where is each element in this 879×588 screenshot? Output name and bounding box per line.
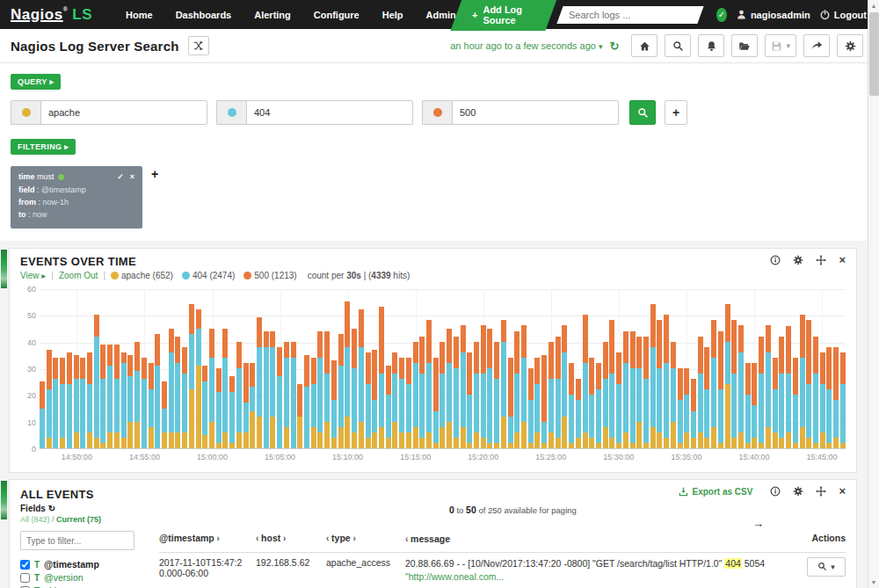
toolbar-settings-button[interactable] xyxy=(837,34,863,57)
chart-bar[interactable] xyxy=(196,309,201,448)
chart-bar[interactable] xyxy=(149,363,154,448)
chart-bar[interactable] xyxy=(127,355,133,448)
chart-bar[interactable] xyxy=(833,347,839,448)
page-scrollbar[interactable]: ▲ ▼ xyxy=(868,0,879,588)
chart-bar[interactable] xyxy=(236,342,242,448)
chart-bar[interactable] xyxy=(352,329,357,448)
field-name[interactable]: @version xyxy=(44,572,84,583)
chart-bar[interactable] xyxy=(650,304,656,448)
filter-apply-icon[interactable]: ✓ xyxy=(117,172,124,181)
chart-bar[interactable] xyxy=(521,325,527,448)
chart-bar[interactable] xyxy=(813,337,818,448)
chart-bar[interactable] xyxy=(379,307,384,448)
chart-bar[interactable] xyxy=(609,320,614,448)
chart-bar[interactable] xyxy=(169,329,174,448)
paging-next-button[interactable]: → xyxy=(752,517,764,530)
toolbar-load-button[interactable] xyxy=(731,34,758,57)
chart-bar[interactable] xyxy=(514,331,519,448)
chart-bar[interactable] xyxy=(419,337,425,448)
search-logs-input[interactable] xyxy=(569,10,692,20)
chart-bar[interactable] xyxy=(474,342,479,448)
panel-drag-strip[interactable] xyxy=(1,481,7,519)
chart-bar[interactable] xyxy=(684,368,689,448)
filter-remove-icon[interactable]: × xyxy=(130,172,134,181)
chart-bar[interactable] xyxy=(243,363,249,448)
chart-bar[interactable] xyxy=(121,352,127,448)
chart-bar[interactable] xyxy=(202,366,207,448)
query-color-swatch[interactable] xyxy=(422,100,452,125)
chart-bar[interactable] xyxy=(250,363,255,448)
chart-bar[interactable] xyxy=(257,317,262,448)
chart-bar[interactable] xyxy=(528,368,534,448)
panel-close-button[interactable]: × xyxy=(839,487,846,496)
panel-drag-strip[interactable] xyxy=(1,250,7,288)
query-input-2[interactable] xyxy=(246,100,413,125)
nav-item-configure[interactable]: Configure xyxy=(314,10,360,20)
fields-refresh-icon[interactable]: ↻ xyxy=(48,504,55,513)
chart-bar[interactable] xyxy=(372,350,377,448)
chart-bar[interactable] xyxy=(583,315,588,448)
panel-close-button[interactable]: × xyxy=(839,256,846,265)
chart-bar[interactable] xyxy=(671,342,676,448)
chart-bar[interactable] xyxy=(454,337,459,448)
toolbar-share-button[interactable] xyxy=(803,34,830,57)
logout-button[interactable]: Logout xyxy=(819,9,867,20)
column-header-Actions[interactable]: Actions xyxy=(800,533,846,547)
chart-bar[interactable] xyxy=(155,334,160,448)
chart-bar[interactable] xyxy=(820,352,825,448)
chart-bar[interactable] xyxy=(779,337,784,448)
row-actions-button[interactable]: ▾ xyxy=(807,557,846,577)
chart-bar[interactable] xyxy=(53,358,58,448)
chart-bar[interactable] xyxy=(317,331,323,448)
chart-bar[interactable] xyxy=(331,360,337,448)
chart-bar[interactable] xyxy=(134,342,140,448)
chart-bar[interactable] xyxy=(433,358,439,448)
chart-bar[interactable] xyxy=(67,352,72,448)
chart-bar[interactable] xyxy=(162,381,167,448)
chart-bar[interactable] xyxy=(759,337,764,448)
chart-bar[interactable] xyxy=(494,342,499,448)
zoom-out-link[interactable]: Zoom Out xyxy=(59,271,98,280)
chart-bar[interactable] xyxy=(114,345,120,448)
chart-bar[interactable] xyxy=(569,363,574,448)
view-menu[interactable]: View ▸ xyxy=(20,271,46,280)
chart-bar[interactable] xyxy=(793,358,798,448)
toolbar-save-button[interactable]: ▾ xyxy=(765,34,796,57)
chart-bar[interactable] xyxy=(304,355,309,448)
layout-shuffle-button[interactable] xyxy=(188,36,209,55)
chart-bar[interactable] xyxy=(264,331,269,448)
scroll-down-arrow[interactable]: ▼ xyxy=(868,577,879,588)
chart-bar[interactable] xyxy=(541,355,547,448)
chart-bar[interactable] xyxy=(345,301,350,448)
chart-bar[interactable] xyxy=(534,358,540,448)
fields-all-link[interactable]: All (842) xyxy=(20,515,50,524)
chart-bar[interactable] xyxy=(664,315,669,448)
chart-bar[interactable] xyxy=(94,315,99,448)
chart-bar[interactable] xyxy=(399,358,404,448)
chart-bar[interactable] xyxy=(698,337,703,448)
toolbar-alerts-button[interactable] xyxy=(698,34,724,57)
chart-bar[interactable] xyxy=(786,326,791,449)
chart-bar[interactable] xyxy=(840,352,846,448)
chart-bar[interactable] xyxy=(725,304,730,448)
time-range-selector[interactable]: an hour ago to a few seconds ago ▾ xyxy=(450,40,602,51)
chart-bar[interactable] xyxy=(366,352,371,448)
field-filter-icon[interactable]: T xyxy=(34,560,40,570)
panel-move-handle[interactable] xyxy=(816,255,826,265)
panel-move-handle[interactable] xyxy=(816,486,826,497)
query-input-3[interactable] xyxy=(452,100,619,125)
column-header-message[interactable]: ‹ message xyxy=(405,533,800,547)
chart-bar[interactable] xyxy=(691,379,696,448)
nagios-logo[interactable]: Nagios® LS xyxy=(11,6,92,24)
nav-item-home[interactable]: Home xyxy=(126,10,153,20)
add-filter-button[interactable]: + xyxy=(151,167,158,181)
chart-bar[interactable] xyxy=(60,358,65,448)
chart-bar[interactable] xyxy=(576,379,581,448)
add-query-button[interactable]: + xyxy=(665,100,687,125)
chart-bar[interactable] xyxy=(556,337,561,448)
chart-bar[interactable] xyxy=(107,345,113,448)
chart-bar[interactable] xyxy=(738,325,744,448)
chart-bar[interactable] xyxy=(216,368,222,448)
legend-item-404[interactable]: 404 (2474) xyxy=(182,271,235,280)
sort-right-icon[interactable]: › xyxy=(351,534,356,543)
